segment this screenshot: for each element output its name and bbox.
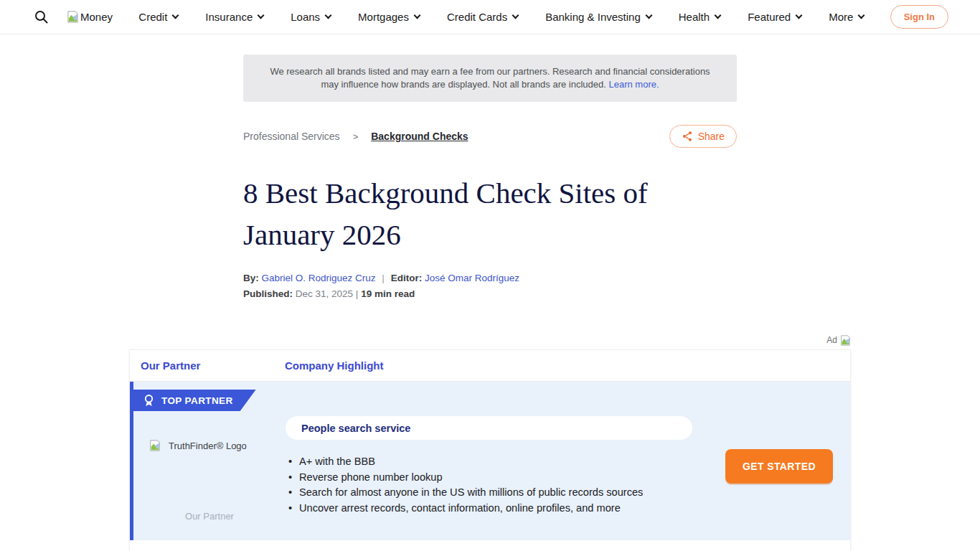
byline-divider: |: [382, 273, 385, 283]
chevron-down-icon: [512, 12, 519, 19]
logo-alt-text: Money: [80, 11, 113, 23]
nav-item-loans[interactable]: Loans: [291, 11, 331, 23]
published-line: Published: Dec 31, 2025 | 19 min read: [243, 288, 737, 299]
partner-card-header: Our Partner Company Highlight: [130, 350, 850, 382]
partner-comparison-card: Our Partner Company Highlight TOP PARTNE…: [129, 349, 851, 551]
top-navigation: Money Credit Insurance Loans Mortgages C…: [0, 0, 980, 34]
nav-item-featured[interactable]: Featured: [748, 11, 801, 23]
chevron-down-icon: [715, 12, 722, 19]
share-icon: [682, 131, 693, 142]
published-divider: |: [356, 288, 359, 299]
company-highlight-column-header: Company Highlight: [285, 359, 384, 372]
breadcrumb-current-link[interactable]: Background Checks: [371, 131, 468, 142]
nav-item-more[interactable]: More: [829, 11, 864, 23]
our-partner-caption: Our Partner: [133, 511, 286, 522]
list-item: Uncover arrest records, contact informat…: [286, 501, 850, 517]
breadcrumb-separator: >: [353, 131, 359, 142]
chevron-down-icon: [258, 12, 265, 19]
learn-more-link[interactable]: Learn more.: [608, 79, 659, 90]
search-icon[interactable]: [34, 10, 48, 24]
broken-image-icon: [840, 335, 851, 346]
chevron-down-icon: [645, 12, 652, 19]
chevron-down-icon: [172, 12, 179, 19]
editor-label: Editor:: [391, 273, 423, 283]
share-button[interactable]: Share: [669, 125, 737, 148]
chevron-down-icon: [796, 12, 803, 19]
chevron-down-icon: [325, 12, 332, 19]
partner-logo-column: TruthFinder® Logo Our Partner: [133, 382, 286, 540]
breadcrumb: Professional Services > Background Check…: [243, 125, 737, 148]
nav-item-banking-investing[interactable]: Banking & Investing: [545, 11, 651, 23]
next-partner-row-stub: [130, 540, 850, 551]
sign-in-button[interactable]: Sign In: [890, 5, 948, 29]
chevron-down-icon: [414, 12, 421, 19]
broken-image-icon: [67, 11, 79, 23]
nav-item-mortgages[interactable]: Mortgages: [358, 11, 420, 23]
nav-item-credit[interactable]: Credit: [138, 11, 178, 23]
breadcrumb-parent-link[interactable]: Professional Services: [243, 131, 340, 142]
nav-item-health[interactable]: Health: [679, 11, 720, 23]
company-highlight-text: People search service: [301, 423, 410, 434]
editor-link[interactable]: José Omar Rodríguez: [425, 273, 519, 283]
money-logo[interactable]: Money: [67, 11, 113, 23]
list-item: Search for almost anyone in the US with …: [286, 485, 850, 501]
published-date: Dec 31, 2025: [296, 288, 353, 299]
ad-label-row: Ad: [129, 334, 851, 347]
partner-logo-alt-text: TruthFinder® Logo: [169, 441, 247, 451]
share-label: Share: [698, 131, 725, 142]
read-time: 19 min read: [361, 288, 415, 299]
ad-label: Ad: [826, 335, 837, 345]
top-partner-row: TOP PARTNER TruthFinder® Logo Our Partne…: [130, 382, 850, 540]
partner-logo: TruthFinder® Logo: [149, 439, 247, 452]
nav-item-credit-cards[interactable]: Credit Cards: [447, 11, 518, 23]
advertiser-disclosure: We research all brands listed and may ea…: [243, 55, 737, 102]
nav-item-insurance[interactable]: Insurance: [205, 11, 263, 23]
byline: By: Gabriel O. Rodriguez Cruz | Editor: …: [243, 273, 737, 283]
author-link[interactable]: Gabriel O. Rodriguez Cruz: [262, 273, 376, 283]
our-partner-column-header: Our Partner: [130, 359, 285, 372]
by-label: By:: [243, 273, 259, 283]
get-started-button[interactable]: GET STARTED: [725, 449, 833, 484]
broken-image-icon: [149, 439, 161, 452]
chevron-down-icon: [858, 12, 865, 19]
company-highlight-pill: People search service: [286, 416, 692, 440]
published-label: Published:: [243, 288, 293, 299]
main-nav: Credit Insurance Loans Mortgages Credit …: [113, 11, 890, 23]
page-title: 8 Best Background Check Sites of January…: [243, 172, 737, 255]
